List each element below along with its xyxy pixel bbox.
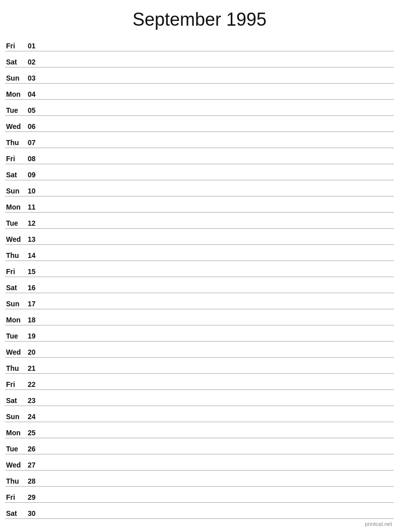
day-name: Mon — [5, 429, 28, 437]
day-row: Wed06 — [5, 116, 394, 132]
day-name: Tue — [5, 445, 28, 453]
day-row: Sat23 — [5, 390, 394, 406]
day-number: 20 — [28, 348, 44, 356]
day-name: Sun — [5, 187, 28, 195]
day-line — [44, 469, 394, 469]
day-line — [44, 372, 394, 372]
day-name: Wed — [5, 461, 28, 469]
day-name: Sat — [5, 171, 28, 179]
day-row: Wed13 — [5, 229, 394, 245]
day-number: 15 — [28, 268, 44, 276]
day-number: 01 — [28, 42, 44, 50]
day-number: 12 — [28, 219, 44, 227]
day-name: Sun — [5, 300, 28, 308]
day-line — [44, 98, 394, 98]
day-number: 13 — [28, 235, 44, 243]
day-line — [44, 65, 394, 66]
day-line — [44, 323, 394, 324]
calendar-container: Fri01Sat02Sun03Mon04Tue05Wed06Thu07Fri08… — [0, 35, 399, 519]
day-number: 25 — [28, 429, 44, 437]
day-row: Thu21 — [5, 358, 394, 374]
day-name: Sat — [5, 58, 28, 66]
day-name: Fri — [5, 42, 28, 50]
day-line — [44, 501, 394, 501]
day-number: 29 — [28, 493, 44, 501]
day-row: Sat02 — [5, 51, 394, 68]
day-line — [44, 259, 394, 259]
day-name: Mon — [5, 90, 28, 98]
day-row: Fri29 — [5, 487, 394, 503]
day-name: Sat — [5, 284, 28, 292]
day-line — [44, 211, 394, 211]
day-number: 17 — [28, 300, 44, 308]
day-number: 22 — [28, 380, 44, 388]
day-name: Sun — [5, 74, 28, 82]
day-number: 04 — [28, 90, 44, 98]
day-row: Wed27 — [5, 454, 394, 471]
day-line — [44, 307, 394, 308]
day-number: 05 — [28, 106, 44, 114]
day-row: Tue05 — [5, 100, 394, 116]
day-name: Tue — [5, 106, 28, 114]
day-row: Tue12 — [5, 213, 394, 229]
day-row: Wed20 — [5, 342, 394, 358]
day-name: Tue — [5, 219, 28, 227]
day-row: Sun24 — [5, 406, 394, 422]
day-name: Fri — [5, 380, 28, 388]
day-line — [44, 340, 394, 340]
day-row: Mon11 — [5, 196, 394, 213]
day-line — [44, 452, 394, 453]
day-number: 06 — [28, 122, 44, 130]
day-row: Mon25 — [5, 422, 394, 438]
day-number: 23 — [28, 396, 44, 405]
day-number: 11 — [28, 203, 44, 211]
day-line — [44, 194, 394, 195]
day-number: 10 — [28, 187, 44, 195]
day-row: Thu28 — [5, 471, 394, 487]
day-name: Tue — [5, 332, 28, 340]
day-line — [44, 436, 394, 437]
day-number: 08 — [28, 155, 44, 163]
day-line — [44, 227, 394, 227]
day-number: 19 — [28, 332, 44, 340]
day-line — [44, 356, 394, 356]
day-row: Sun17 — [5, 293, 394, 309]
day-name: Thu — [5, 251, 28, 259]
day-number: 24 — [28, 413, 44, 421]
day-row: Tue19 — [5, 325, 394, 342]
day-row: Fri08 — [5, 148, 394, 164]
day-name: Sun — [5, 413, 28, 421]
day-number: 26 — [28, 445, 44, 453]
day-name: Sat — [5, 509, 28, 517]
day-name: Mon — [5, 316, 28, 324]
day-number: 03 — [28, 74, 44, 82]
day-row: Sat30 — [5, 503, 394, 519]
day-line — [44, 517, 394, 517]
day-number: 09 — [28, 171, 44, 179]
day-row: Sun03 — [5, 68, 394, 84]
day-number: 16 — [28, 284, 44, 292]
day-line — [44, 146, 394, 147]
day-line — [44, 243, 394, 243]
day-number: 07 — [28, 139, 44, 147]
day-line — [44, 178, 394, 179]
day-name: Thu — [5, 477, 28, 485]
day-number: 02 — [28, 58, 44, 66]
day-line — [44, 82, 394, 82]
day-name: Wed — [5, 348, 28, 356]
day-row: Mon04 — [5, 84, 394, 100]
day-line — [44, 388, 394, 388]
day-line — [44, 404, 394, 405]
day-line — [44, 49, 394, 50]
day-row: Fri01 — [5, 35, 394, 51]
day-row: Thu07 — [5, 132, 394, 148]
day-line — [44, 130, 394, 130]
day-name: Thu — [5, 364, 28, 372]
day-name: Wed — [5, 235, 28, 243]
page-title: September 1995 — [0, 0, 399, 35]
day-number: 14 — [28, 251, 44, 259]
day-name: Mon — [5, 203, 28, 211]
day-name: Wed — [5, 122, 28, 130]
day-name: Fri — [5, 493, 28, 501]
day-row: Thu14 — [5, 245, 394, 261]
